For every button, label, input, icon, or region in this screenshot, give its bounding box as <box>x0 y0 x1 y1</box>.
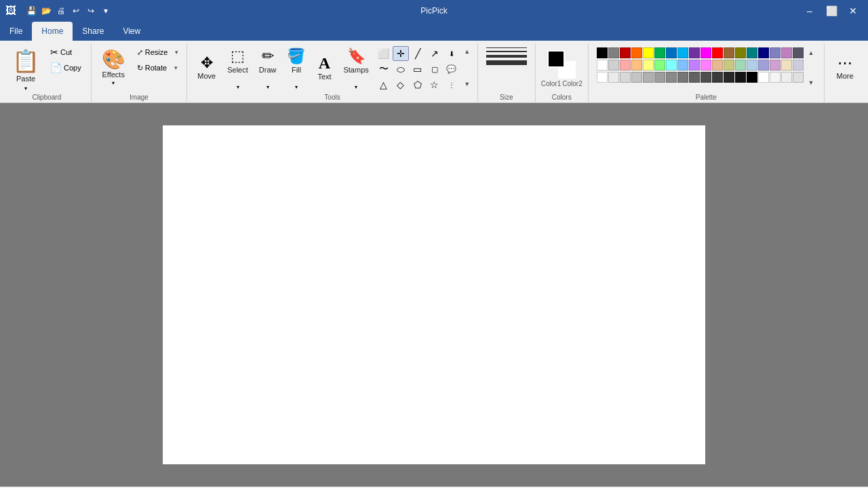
tab-file[interactable]: File <box>0 22 32 41</box>
swatch-light-purple[interactable] <box>689 60 700 70</box>
stamps-button[interactable]: 🔖 Stamps <box>339 45 372 83</box>
select-arrow-button[interactable]: ▾ <box>223 83 252 91</box>
swatch-purple[interactable] <box>689 47 700 58</box>
canvas-area[interactable] <box>0 103 868 487</box>
effects-button[interactable]: 🎨 Effects ▾ <box>97 45 130 91</box>
swatch-gray-17[interactable] <box>781 72 792 83</box>
swatch-gray-16[interactable] <box>770 72 781 83</box>
swatch-orange[interactable] <box>631 47 642 58</box>
swatch-cream[interactable] <box>781 60 792 70</box>
swatch-gray-15[interactable] <box>758 72 769 83</box>
swatch-teal[interactable] <box>747 47 757 58</box>
swatch-gray-4[interactable] <box>631 72 642 83</box>
swatch-peach[interactable] <box>631 60 642 70</box>
swatch-pink[interactable] <box>701 60 711 70</box>
shapes-scroll-up[interactable]: ▲ <box>462 45 472 58</box>
draw-button[interactable]: ✏ Draw <box>255 45 281 83</box>
swatch-blue[interactable] <box>666 47 677 58</box>
size-line-2[interactable] <box>486 51 527 52</box>
size-line-3[interactable] <box>486 55 527 58</box>
swatch-olive[interactable] <box>735 47 746 58</box>
tool-line[interactable]: ╱ <box>410 46 426 61</box>
swatch-light-spots[interactable] <box>793 60 804 70</box>
swatch-gray-6[interactable] <box>654 72 665 83</box>
tab-share[interactable]: Share <box>73 22 113 41</box>
swatch-gray-10[interactable] <box>701 72 711 83</box>
tool-rounded-rect[interactable]: ▢ <box>427 62 443 77</box>
quick-save-button[interactable]: 💾 <box>24 4 38 18</box>
swatch-red[interactable] <box>712 47 723 58</box>
swatch-dark-spots[interactable] <box>793 47 804 58</box>
tool-speech[interactable]: 💬 <box>443 62 460 77</box>
minimize-button[interactable]: – <box>800 4 819 18</box>
canvas[interactable] <box>163 125 705 464</box>
swatch-gray-3[interactable] <box>620 72 631 83</box>
rotate-arrow-button[interactable]: ▾ <box>171 61 180 75</box>
fill-arrow-button[interactable]: ▾ <box>283 83 309 91</box>
tool-selection[interactable]: ⬜ <box>376 46 392 61</box>
swatch-gray-18[interactable] <box>793 72 804 83</box>
swatch-gray-11[interactable] <box>712 72 723 83</box>
palette-scroll-down[interactable]: ▼ <box>806 76 816 89</box>
size-line-4[interactable] <box>486 60 527 65</box>
palette-scroll-up[interactable]: ▲ <box>806 46 816 60</box>
quick-redo-button[interactable]: ↪ <box>84 4 98 18</box>
swatch-brown[interactable] <box>724 47 734 58</box>
tool-freehand[interactable]: 〜 <box>376 62 392 77</box>
swatch-black[interactable] <box>597 47 608 58</box>
tool-diamond[interactable]: ◇ <box>393 77 409 92</box>
swatch-light-blue[interactable] <box>677 47 688 58</box>
swatch-dark-red[interactable] <box>620 47 631 58</box>
swatch-mint[interactable] <box>735 60 746 70</box>
copy-button[interactable]: 📄 Copy <box>46 60 85 75</box>
quick-undo-button[interactable]: ↩ <box>69 4 83 18</box>
paste-button[interactable]: 📋 Paste <box>8 45 43 84</box>
swatch-powder-blue[interactable] <box>747 60 757 70</box>
tool-ellipse[interactable]: ⬭ <box>393 62 409 77</box>
swatch-gray-8[interactable] <box>677 72 688 83</box>
draw-arrow-button[interactable]: ▾ <box>255 83 281 91</box>
cut-button[interactable]: ✂ Cut <box>46 45 85 60</box>
shapes-scroll-down[interactable]: ▼ <box>462 77 472 91</box>
tool-star[interactable]: ☆ <box>427 77 443 92</box>
swatch-khaki[interactable] <box>724 60 734 70</box>
color1-container[interactable] <box>547 50 576 79</box>
size-line-1[interactable] <box>486 47 527 48</box>
tab-view[interactable]: View <box>113 22 150 41</box>
swatch-light-gray[interactable] <box>608 60 619 70</box>
swatch-lavender[interactable] <box>781 47 792 58</box>
tool-rect[interactable]: ▭ <box>410 62 426 77</box>
tool-triangle[interactable]: △ <box>376 77 392 92</box>
quick-print-button[interactable]: 🖨 <box>54 4 68 18</box>
maximize-button[interactable]: ⬜ <box>822 4 841 18</box>
quick-open-button[interactable]: 📂 <box>39 4 53 18</box>
color1-box[interactable] <box>547 50 565 68</box>
swatch-gray-12[interactable] <box>724 72 734 83</box>
swatch-green[interactable] <box>654 47 665 58</box>
swatch-tan[interactable] <box>712 60 723 70</box>
select-button[interactable]: ⬚ Select <box>223 45 252 83</box>
move-button[interactable]: ✥ Move <box>193 45 220 91</box>
swatch-sky-blue[interactable] <box>677 60 688 70</box>
swatch-periwinkle[interactable] <box>758 60 769 70</box>
quick-more-button[interactable]: ▾ <box>99 4 113 18</box>
swatch-navy[interactable] <box>758 47 769 58</box>
tool-pentagon[interactable]: ⬠ <box>410 77 426 92</box>
swatch-gray-9[interactable] <box>689 72 700 83</box>
paste-arrow-button[interactable]: ▾ <box>8 84 43 92</box>
more-button[interactable]: ⋯ More <box>830 45 860 91</box>
swatch-cyan[interactable] <box>666 60 677 70</box>
swatch-gray-14[interactable] <box>747 72 757 83</box>
swatch-light-yellow[interactable] <box>643 60 654 70</box>
tool-expand[interactable]: ⬇ <box>443 46 460 61</box>
swatch-magenta[interactable] <box>701 47 711 58</box>
swatch-light-green[interactable] <box>654 60 665 70</box>
stamps-arrow-button[interactable]: ▾ <box>339 83 372 91</box>
tool-crosshair[interactable]: ✛ <box>393 46 409 61</box>
swatch-gray-5[interactable] <box>643 72 654 83</box>
swatch-gray-2[interactable] <box>608 72 619 83</box>
tool-more-shapes[interactable]: ⋮ <box>443 77 460 92</box>
swatch-yellow[interactable] <box>643 47 654 58</box>
swatch-dark-gray[interactable] <box>608 47 619 58</box>
swatch-white[interactable] <box>597 60 608 70</box>
